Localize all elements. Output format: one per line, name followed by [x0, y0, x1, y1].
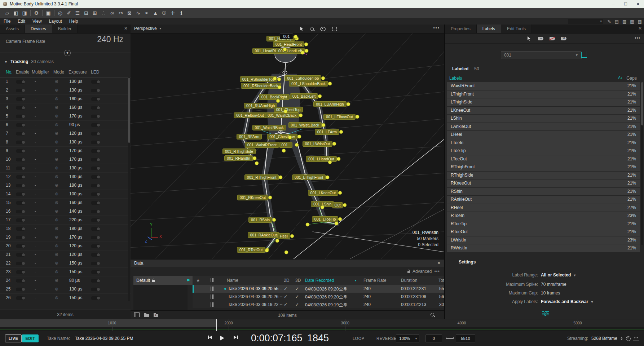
led-toggle[interactable]: [91, 244, 100, 248]
label-row[interactable]: RHeel27%: [447, 204, 640, 212]
view-type-dropdown[interactable]: Perspective ▼: [134, 26, 162, 31]
favorite-star-icon[interactable]: ★: [196, 278, 200, 283]
label-row[interactable]: RThighSide21%: [447, 172, 640, 180]
labeling-settings-sliders-icon[interactable]: [542, 311, 549, 316]
enable-toggle[interactable]: [16, 227, 25, 231]
label-row[interactable]: RToeOut21%: [447, 228, 640, 236]
enable-toggle[interactable]: [16, 158, 25, 161]
next-frame-button[interactable]: [234, 336, 238, 339]
marker-label[interactable]: 001_LUArmHigh: [313, 101, 347, 107]
layout-panes-icon[interactable]: ▦: [630, 19, 634, 24]
skeleton-asset-icon[interactable]: [581, 52, 587, 58]
open-project-icon[interactable]: ▱: [3, 8, 12, 18]
marker-dot[interactable]: [272, 218, 276, 222]
marker-label[interactable]: 001_ChestTop: [274, 107, 303, 112]
camera-row[interactable]: 6-⊕90 µs: [0, 121, 131, 129]
enable-toggle[interactable]: [16, 288, 25, 291]
marquee-select-icon[interactable]: [332, 27, 337, 31]
marker-dot[interactable]: [300, 50, 304, 54]
marker-dot[interactable]: [338, 217, 342, 221]
layout-save-icon[interactable]: ▧: [638, 19, 642, 24]
led-toggle[interactable]: [91, 270, 100, 274]
trajectory-2-icon[interactable]: ≈: [142, 8, 151, 18]
marker-dot[interactable]: [355, 115, 359, 119]
marker-label[interactable]: 001_: [279, 142, 292, 148]
led-toggle[interactable]: [91, 227, 100, 231]
marker-label[interactable]: 001_LHandOut: [306, 156, 336, 162]
camera-row[interactable]: 21-⊕120 µs: [0, 250, 131, 259]
layers-icon[interactable]: ☰: [73, 8, 82, 18]
label-row[interactable]: RToeIn23%: [447, 212, 640, 220]
label-row[interactable]: RWristIn21%: [447, 244, 640, 253]
marker-dot[interactable]: [255, 161, 259, 165]
tools-icon[interactable]: ✂: [116, 8, 125, 18]
marker-label[interactable]: 001_RUArmHigh: [244, 103, 277, 108]
marker-star-icon[interactable]: ✛: [168, 8, 177, 18]
visibility-eye-icon[interactable]: [320, 27, 326, 31]
labels-scrollbar[interactable]: [641, 82, 643, 245]
led-toggle[interactable]: [91, 288, 100, 291]
more-options-icon[interactable]: •••: [635, 36, 640, 41]
loop-button[interactable]: LOOP: [353, 336, 365, 341]
mode-icon[interactable]: ⊕: [55, 226, 58, 231]
column-mode[interactable]: Mode: [53, 70, 64, 75]
marker-dot[interactable]: [332, 142, 336, 146]
enable-toggle[interactable]: [16, 210, 25, 213]
camera-frame-rate-value[interactable]: 240 Hz: [97, 35, 123, 44]
close-icon[interactable]: ✕: [632, 0, 644, 8]
columns-icon[interactable]: [211, 278, 215, 283]
marker-dot[interactable]: [288, 136, 292, 139]
marker-label[interactable]: 001_LShoulderTop: [284, 75, 321, 81]
marker-label[interactable]: 001_RShoulderTop: [240, 76, 277, 82]
marker-dot[interactable]: [283, 109, 287, 113]
mode-icon[interactable]: ⊕: [55, 243, 58, 248]
enable-toggle[interactable]: [16, 279, 25, 283]
3d-viewport[interactable]: Perspective ▼ ••• 001 001_RWristIn50 Mar…: [131, 25, 444, 259]
column-no[interactable]: No.: [6, 70, 13, 75]
led-toggle[interactable]: [91, 149, 100, 153]
tab-devices[interactable]: Devices: [25, 25, 52, 33]
flag-icon[interactable]: ⚑: [186, 278, 190, 283]
gaps-header[interactable]: Gaps: [626, 76, 637, 81]
scrollbar-thumb[interactable]: [641, 82, 643, 125]
camera-row[interactable]: 10-⊕170 µs: [0, 155, 131, 164]
camera-row[interactable]: 26-⊕150 µs: [0, 294, 131, 301]
setting-value[interactable]: 10 frames: [541, 290, 560, 296]
marker-label[interactable]: 001_WaistRBack: [252, 125, 286, 130]
mode-icon[interactable]: ⊕: [55, 157, 58, 162]
camera-row[interactable]: 17-⊕220 µs: [0, 216, 131, 225]
column-duration[interactable]: Duration: [401, 278, 417, 283]
select-cursor-icon[interactable]: [527, 36, 531, 41]
enable-toggle[interactable]: [16, 115, 25, 118]
marker-label[interactable]: 001_RToeOut: [237, 247, 265, 253]
mode-icon[interactable]: ⊕: [55, 122, 58, 127]
advanced-toggle[interactable]: Advanced •••: [407, 269, 440, 274]
expand-section-icon[interactable]: ▼: [64, 50, 71, 56]
column-frame-rate[interactable]: Frame Rate: [363, 278, 386, 283]
marker-label[interactable]: 001_RFArm: [237, 134, 262, 139]
play-button[interactable]: [220, 336, 224, 341]
close-panel-icon[interactable]: ✕: [124, 26, 128, 31]
marker-dot[interactable]: [276, 99, 280, 103]
led-toggle[interactable]: [91, 106, 100, 110]
marker-label[interactable]: 001_BackRight: [259, 94, 290, 100]
camera-row[interactable]: 15-⊕160 µs: [0, 199, 131, 207]
frame-number-display[interactable]: 1845: [307, 333, 329, 344]
label-row[interactable]: LThighFront21%: [447, 90, 640, 99]
led-toggle[interactable]: [91, 158, 100, 161]
previous-frame-button[interactable]: [208, 336, 212, 339]
led-toggle[interactable]: [91, 262, 100, 265]
marker-label[interactable]: 001_LShoulderBack: [289, 81, 328, 86]
edit-mode-button[interactable]: EDIT: [22, 334, 39, 342]
label-row[interactable]: LKneeOut21%: [447, 107, 640, 115]
tab-labels[interactable]: Labels: [477, 25, 501, 33]
column-2d[interactable]: 2D: [284, 278, 289, 283]
marker-label[interactable]: 001_RThighFront: [244, 174, 279, 180]
camera-row[interactable]: 14-⊕100 µs: [0, 190, 131, 199]
led-toggle[interactable]: [91, 236, 100, 239]
marker-label[interactable]: 001_WaistLBack: [288, 122, 322, 128]
led-toggle[interactable]: [91, 279, 100, 283]
link-icon[interactable]: ∞: [108, 8, 116, 18]
mode-icon[interactable]: ⊕: [55, 88, 58, 93]
led-toggle[interactable]: [91, 123, 100, 127]
